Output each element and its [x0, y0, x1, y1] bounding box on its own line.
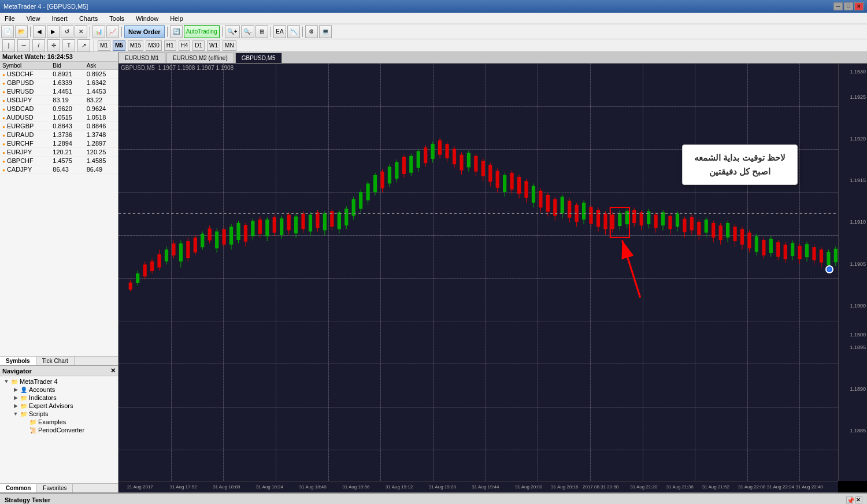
tree-icon: 👤 — [20, 387, 28, 393]
line-btn[interactable]: 📈 — [106, 25, 119, 38]
mw-row[interactable]: ● EURUSD 1.4451 1.4453 — [0, 87, 118, 96]
strategy-tester-label: Strategy Tester — [5, 496, 50, 503]
svg-rect-33 — [244, 225, 247, 242]
navigator-tree: ▼ 📁 MetaTrader 4 ▶ 👤 Accounts ▶ 📁 Indica… — [0, 376, 118, 483]
st-pin[interactable]: 📌 — [846, 496, 853, 503]
close-button[interactable]: ✕ — [854, 2, 864, 10]
indicators-btn[interactable]: 📉 — [287, 25, 300, 38]
nav-tab-favorites[interactable]: Favorites — [37, 484, 73, 492]
svg-rect-27 — [222, 229, 225, 244]
mw-symbol: ● USDCAD — [0, 105, 50, 113]
mw-symbol: ● USDCHF — [0, 70, 50, 79]
auto-trading-button[interactable]: AutoTrading — [184, 25, 220, 38]
mw-tab-symbols[interactable]: Symbols — [0, 357, 36, 365]
tree-item-accounts[interactable]: ▶ 👤 Accounts — [0, 386, 118, 394]
stop-button[interactable]: ✕ — [75, 25, 87, 38]
tf-m1[interactable]: M1 — [98, 40, 110, 51]
refresh-button[interactable]: ↺ — [61, 25, 73, 38]
mw-bid: 1.2894 — [50, 139, 84, 148]
mw-row[interactable]: ● USDCHF 0.8921 0.8925 — [0, 70, 118, 79]
zoom-out-btn[interactable]: 🔍- — [241, 25, 254, 38]
back-button[interactable]: ◀ — [33, 25, 46, 38]
terminal-btn[interactable]: 💻 — [319, 25, 332, 38]
tree-item-expert-advisors[interactable]: ▶ 📁 Expert Advisors — [0, 402, 118, 410]
nav-tab-common[interactable]: Common — [0, 484, 37, 492]
tree-item-indicators[interactable]: ▶ 📁 Indicators — [0, 394, 118, 402]
new-button[interactable]: 📄 — [1, 25, 14, 38]
open-button[interactable]: 📂 — [15, 25, 28, 38]
menu-help[interactable]: Help — [168, 14, 186, 23]
arrow-tool[interactable]: ↗ — [77, 39, 90, 52]
mw-row[interactable]: ● AUDUSD 1.0515 1.0518 — [0, 113, 118, 122]
mw-row[interactable]: ● GBPUSD 1.6339 1.6342 — [0, 79, 118, 87]
settings-btn[interactable]: ⚙ — [305, 25, 318, 38]
mw-bid: 0.9620 — [50, 105, 84, 113]
svg-rect-105 — [503, 175, 506, 192]
tf-m15[interactable]: M15 — [128, 40, 143, 51]
new-order-button[interactable]: New Order — [124, 25, 165, 38]
chart-canvas[interactable]: GBPUSD,M5 1.1907 1.1908 1.1907 1.1908 لا… — [118, 64, 867, 492]
tf-h1[interactable]: H1 — [164, 40, 176, 51]
svg-rect-109 — [517, 177, 521, 194]
auto-trading-icon[interactable]: 🔄 — [170, 25, 183, 38]
mw-dot: ● — [2, 150, 5, 155]
mw-tab-tickchart[interactable]: Tick Chart — [36, 357, 75, 365]
tf-mn[interactable]: MN — [223, 40, 236, 51]
chart-tab-eurusd-m1[interactable]: EURUSD,M1 — [118, 53, 165, 63]
tree-item-scripts[interactable]: ▼ 📁 Scripts — [0, 410, 118, 418]
svg-rect-148 — [654, 214, 657, 228]
minimize-button[interactable]: ─ — [833, 2, 843, 10]
tree-item-examples[interactable]: 📁 Examples — [0, 418, 118, 426]
time-7: 31 Aug 19:12 — [386, 484, 413, 490]
mw-row[interactable]: ● EURGBP 0.8843 0.8846 — [0, 122, 118, 131]
line-tool[interactable]: | — [2, 39, 15, 52]
tf-w1[interactable]: W1 — [207, 40, 220, 51]
mw-row[interactable]: ● USDJPY 83.19 83.22 — [0, 96, 118, 105]
tree-item-metatrader-4[interactable]: ▼ 📁 MetaTrader 4 — [0, 377, 118, 386]
mw-dot: ● — [2, 133, 5, 138]
chart-tab-eurusd-m2[interactable]: EURUSD,M2 (offline) — [166, 53, 234, 63]
chart-tab-gbpusd-m5[interactable]: GBPUSD,M5 — [235, 53, 282, 63]
svg-rect-117 — [546, 195, 550, 212]
tree-item-periodconverter[interactable]: 📜 PeriodConverter — [0, 426, 118, 434]
tf-h4[interactable]: H4 — [179, 40, 191, 51]
maximize-button[interactable]: □ — [844, 2, 853, 10]
mw-row[interactable]: ● EURJPY 120.21 120.25 — [0, 148, 118, 157]
chart-props-btn[interactable]: ⊞ — [255, 25, 268, 38]
svg-rect-129 — [589, 207, 592, 224]
svg-rect-25 — [215, 232, 218, 249]
trend-tool[interactable]: / — [32, 39, 45, 52]
menu-file[interactable]: File — [2, 14, 17, 23]
chart-type-btn[interactable]: 📊 — [92, 25, 105, 38]
menu-charts[interactable]: Charts — [77, 14, 100, 23]
st-close[interactable]: ✕ — [855, 496, 862, 503]
tree-icon: 📁 — [20, 411, 28, 417]
tf-d1[interactable]: D1 — [192, 40, 205, 51]
tree-icon: 📁 — [29, 419, 37, 425]
menu-view[interactable]: View — [24, 14, 43, 23]
hline-tool[interactable]: ─ — [17, 39, 30, 52]
mw-ask: 83.22 — [84, 96, 118, 105]
mw-row[interactable]: ● EURCHF 1.2894 1.2897 — [0, 139, 118, 148]
forward-button[interactable]: ▶ — [47, 25, 60, 38]
svg-rect-81 — [417, 151, 420, 168]
expert-btn[interactable]: EA — [273, 25, 286, 38]
cursor-tool[interactable]: ✛ — [47, 39, 60, 52]
tf-m5[interactable]: M5 — [113, 40, 125, 51]
mw-dot: ● — [2, 168, 5, 173]
svg-rect-35 — [251, 221, 254, 236]
menu-tools[interactable]: Tools — [107, 14, 127, 23]
menu-insert[interactable]: Insert — [49, 14, 70, 23]
navigator-close[interactable]: ✕ — [110, 367, 116, 375]
mw-row[interactable]: ● GBPCHF 1.4575 1.4585 — [0, 157, 118, 165]
time-10: 31 Aug 20:00 — [515, 484, 542, 490]
mw-row[interactable]: ● CADJPY 86.43 86.49 — [0, 165, 118, 174]
svg-rect-41 — [273, 217, 276, 233]
mw-row[interactable]: ● EURAUD 1.3736 1.3748 — [0, 131, 118, 139]
mw-row[interactable]: ● USDCAD 0.9620 0.9624 — [0, 105, 118, 113]
tf-m30[interactable]: M30 — [146, 40, 161, 51]
svg-rect-37 — [258, 220, 262, 234]
zoom-in-btn[interactable]: 🔍+ — [225, 25, 240, 38]
text-tool[interactable]: T — [62, 39, 75, 52]
menu-window[interactable]: Window — [134, 14, 161, 23]
